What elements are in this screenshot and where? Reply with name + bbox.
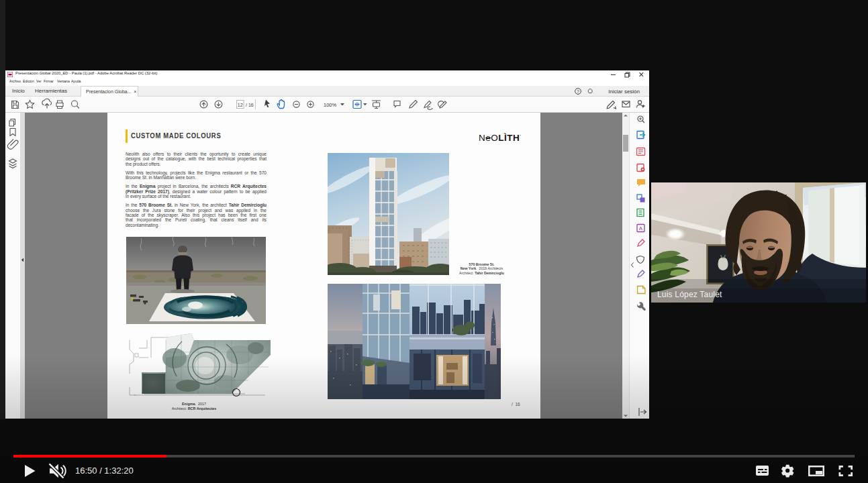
svg-text:/ 16: / 16 — [246, 103, 254, 107]
svg-text:12: 12 — [238, 103, 243, 107]
svg-text:?: ? — [577, 89, 579, 94]
svg-text:A: A — [639, 225, 643, 231]
svg-text:100%: 100% — [324, 102, 337, 108]
